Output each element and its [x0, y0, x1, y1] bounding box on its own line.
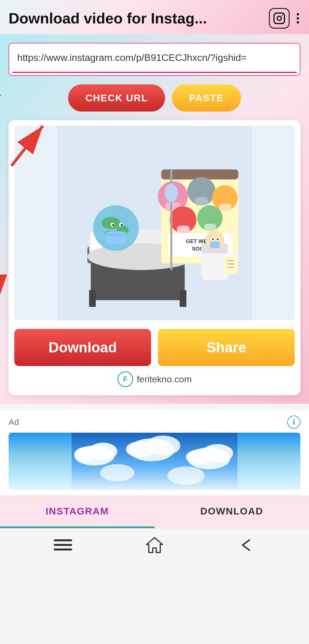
tab-download[interactable]: DOWNLOAD	[154, 496, 309, 528]
svg-point-66	[74, 447, 97, 461]
svg-rect-77	[54, 548, 72, 550]
svg-point-12	[102, 217, 120, 229]
svg-point-69	[126, 441, 154, 457]
svg-rect-31	[177, 226, 190, 234]
svg-rect-75	[54, 539, 72, 541]
share-button[interactable]: Share	[158, 329, 295, 366]
app-header: Download video for Instag...	[0, 0, 309, 34]
svg-point-73	[100, 464, 134, 481]
svg-rect-27	[195, 197, 208, 205]
ad-label: Ad	[9, 417, 19, 427]
header-icons	[269, 8, 300, 29]
home-icon[interactable]	[145, 536, 164, 554]
svg-point-44	[217, 238, 218, 240]
watermark-logo-icon: F	[117, 371, 133, 387]
back-icon[interactable]	[237, 538, 255, 552]
svg-point-20	[121, 224, 123, 226]
watermark: F feritekno.com	[14, 366, 295, 389]
paste-button[interactable]: PASTE	[172, 84, 241, 112]
action-buttons-row: CHECK URL PASTE	[9, 84, 300, 112]
illustration-svg: GET WELL SOON	[14, 126, 295, 320]
url-underline	[12, 72, 297, 73]
watermark-text: feritekno.com	[137, 374, 192, 385]
svg-rect-6	[89, 290, 96, 307]
svg-rect-76	[54, 544, 72, 546]
svg-point-19	[112, 224, 114, 226]
svg-rect-15	[105, 231, 127, 244]
ad-clouds-svg	[9, 433, 300, 490]
ad-section: Ad i	[0, 410, 309, 496]
menu-icon[interactable]	[54, 538, 72, 552]
svg-text:F: F	[123, 375, 128, 383]
svg-point-52	[165, 184, 178, 202]
ad-sky-background	[9, 433, 300, 490]
ad-info-icon[interactable]: i	[287, 416, 300, 429]
url-input-container	[9, 43, 300, 76]
tab-instagram[interactable]: INSTAGRAM	[0, 496, 154, 528]
app-title: Download video for Instag...	[9, 10, 269, 27]
content-action-buttons: Download Share	[14, 329, 295, 366]
main-card: GET WELL SOON	[9, 120, 300, 395]
ad-header: Ad i	[9, 416, 300, 429]
svg-rect-40	[210, 241, 220, 248]
svg-rect-33	[204, 224, 216, 231]
svg-rect-7	[180, 290, 186, 307]
ad-image	[9, 433, 300, 490]
download-button[interactable]: Download	[14, 329, 151, 366]
more-options-icon[interactable]	[295, 12, 300, 25]
image-preview: GET WELL SOON	[14, 126, 295, 320]
svg-rect-47	[224, 257, 237, 274]
svg-point-72	[186, 450, 212, 464]
svg-point-2	[282, 15, 283, 16]
steps-section: GET WELL SOON	[9, 120, 300, 395]
svg-point-74	[167, 466, 205, 485]
svg-point-1	[277, 16, 282, 21]
svg-rect-29	[219, 204, 231, 211]
check-url-button[interactable]: CHECK URL	[68, 84, 165, 112]
svg-marker-78	[146, 538, 163, 552]
instagram-icon[interactable]	[269, 8, 290, 29]
nav-bar	[0, 528, 309, 562]
svg-rect-0	[274, 13, 285, 24]
bottom-tabs: INSTAGRAM DOWNLOAD	[0, 496, 309, 528]
main-content-area: CHECK URL PASTE	[0, 34, 309, 404]
svg-point-43	[212, 238, 214, 240]
url-input[interactable]	[9, 43, 300, 72]
